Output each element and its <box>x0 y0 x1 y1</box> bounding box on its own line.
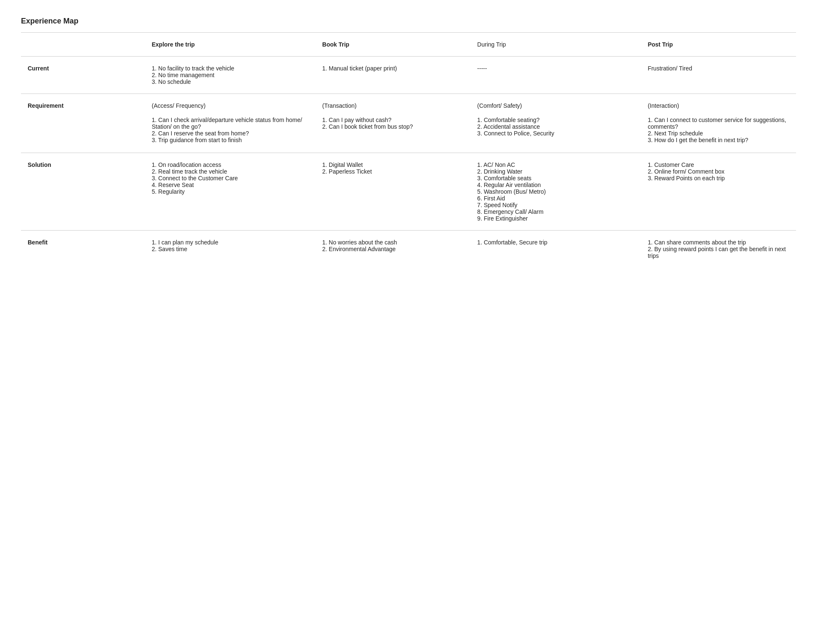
current-during: ----- <box>471 57 641 94</box>
requirement-post: (Interaction) 1. Can I connect to custom… <box>641 94 796 153</box>
benefit-row: Benefit 1. I can plan my schedule 2. Sav… <box>21 231 796 268</box>
requirement-explore-detail: 1. Can I check arrival/departure vehicle… <box>152 117 309 143</box>
current-row: Current 1. No facility to track the vehi… <box>21 57 796 94</box>
requirement-label: Requirement <box>21 94 145 153</box>
requirement-explore: (Access/ Frequency) 1. Can I check arriv… <box>145 94 316 153</box>
requirement-post-detail: 1. Can I connect to customer service for… <box>648 117 789 143</box>
solution-label: Solution <box>21 153 145 231</box>
solution-row: Solution 1. On road/location access 2. R… <box>21 153 796 231</box>
benefit-during: 1. Comfortable, Secure trip <box>471 231 641 268</box>
requirement-during-detail: 1. Comfortable seating? 2. Accidental as… <box>477 117 635 137</box>
requirement-during: (Comfort/ Safety) 1. Comfortable seating… <box>471 94 641 153</box>
benefit-explore: 1. I can plan my schedule 2. Saves time <box>145 231 316 268</box>
requirement-explore-sub: (Access/ Frequency) <box>152 102 309 109</box>
solution-explore: 1. On road/location access 2. Real time … <box>145 153 316 231</box>
header-book: Book Trip <box>315 33 471 57</box>
header-post: Post Trip <box>641 33 796 57</box>
solution-book: 1. Digital Wallet 2. Paperless Ticket <box>315 153 471 231</box>
requirement-during-sub: (Comfort/ Safety) <box>477 102 635 109</box>
requirement-book-detail: 1. Can I pay without cash? 2. Can I book… <box>322 117 464 130</box>
solution-post: 1. Customer Care 2. Online form/ Comment… <box>641 153 796 231</box>
page-title: Experience Map <box>21 17 796 26</box>
requirement-post-sub: (Interaction) <box>648 102 789 109</box>
current-explore: 1. No facility to track the vehicle 2. N… <box>145 57 316 94</box>
requirement-row: Requirement (Access/ Frequency) 1. Can I… <box>21 94 796 153</box>
benefit-book: 1. No worries about the cash 2. Environm… <box>315 231 471 268</box>
header-during: During Trip <box>471 33 641 57</box>
requirement-book-sub: (Transaction) <box>322 102 464 109</box>
requirement-book: (Transaction) 1. Can I pay without cash?… <box>315 94 471 153</box>
current-book: 1. Manual ticket (paper print) <box>315 57 471 94</box>
header-explore: Explore the trip <box>145 33 316 57</box>
current-post: Frustration/ Tired <box>641 57 796 94</box>
header-label <box>21 33 145 57</box>
current-label: Current <box>21 57 145 94</box>
solution-during: 1. AC/ Non AC 2. Drinking Water 3. Comfo… <box>471 153 641 231</box>
benefit-label: Benefit <box>21 231 145 268</box>
benefit-post: 1. Can share comments about the trip 2. … <box>641 231 796 268</box>
